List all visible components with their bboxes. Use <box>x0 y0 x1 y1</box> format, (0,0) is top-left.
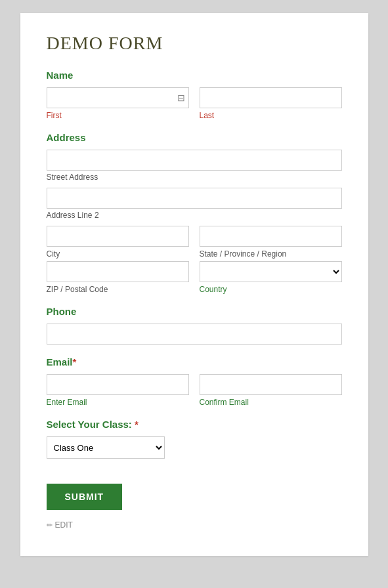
confirm-email-label: Confirm Email <box>200 398 342 407</box>
address-line2-label: Address Line 2 <box>47 211 99 220</box>
state-field: State / Province / Region <box>200 226 342 259</box>
class-select-wrapper: Class One Class Two Class Three <box>47 436 165 459</box>
confirm-email-input[interactable] <box>200 374 342 395</box>
page-title: DEMO FORM <box>47 33 342 54</box>
address-section-label: Address <box>47 132 342 143</box>
country-select[interactable] <box>200 261 342 282</box>
street-address-label: Street Address <box>47 173 98 182</box>
email-section-label: Email* <box>47 356 342 368</box>
last-name-field: Last <box>200 87 342 120</box>
last-name-label: Last <box>200 111 342 120</box>
confirm-email-field: Confirm Email <box>200 374 342 407</box>
name-section: Name ⊟ First Last <box>47 70 342 120</box>
class-section-label: Select Your Class: * <box>47 419 342 430</box>
name-icon: ⊟ <box>177 93 185 103</box>
first-name-input[interactable] <box>47 87 189 108</box>
phone-section-label: Phone <box>47 306 342 317</box>
phone-input[interactable] <box>47 324 342 345</box>
address-line2-input[interactable] <box>47 188 342 209</box>
city-label: City <box>47 249 189 259</box>
class-section: Select Your Class: * Class One Class Two… <box>47 419 342 459</box>
form-container: DEMO FORM Name ⊟ First Last Address Stre… <box>20 13 368 556</box>
last-name-input[interactable] <box>200 87 342 108</box>
address-section: Address Street Address Address Line 2 Ci… <box>47 132 342 294</box>
street-address-input[interactable] <box>47 150 342 171</box>
enter-email-input[interactable] <box>47 374 189 395</box>
country-field: Country <box>200 261 342 294</box>
edit-label: EDIT <box>55 520 73 530</box>
class-select[interactable]: Class One Class Two Class Three <box>47 436 165 459</box>
city-field: City <box>47 226 189 259</box>
email-section: Email* Enter Email Confirm Email <box>47 356 342 407</box>
first-name-field: ⊟ First <box>47 87 189 120</box>
state-input[interactable] <box>200 226 342 247</box>
edit-icon: ✏ <box>47 521 53 530</box>
phone-section: Phone <box>47 306 342 345</box>
state-label: State / Province / Region <box>200 249 342 259</box>
zip-label: ZIP / Postal Code <box>47 285 189 294</box>
enter-email-field: Enter Email <box>47 374 189 407</box>
submit-button[interactable]: SUBMIT <box>47 484 123 510</box>
zip-input[interactable] <box>47 261 189 282</box>
zip-field: ZIP / Postal Code <box>47 261 189 294</box>
name-section-label: Name <box>47 70 342 81</box>
first-name-label: First <box>47 111 189 120</box>
city-input[interactable] <box>47 226 189 247</box>
country-label: Country <box>200 285 342 294</box>
edit-link[interactable]: ✏ EDIT <box>47 520 342 530</box>
enter-email-label: Enter Email <box>47 398 189 407</box>
